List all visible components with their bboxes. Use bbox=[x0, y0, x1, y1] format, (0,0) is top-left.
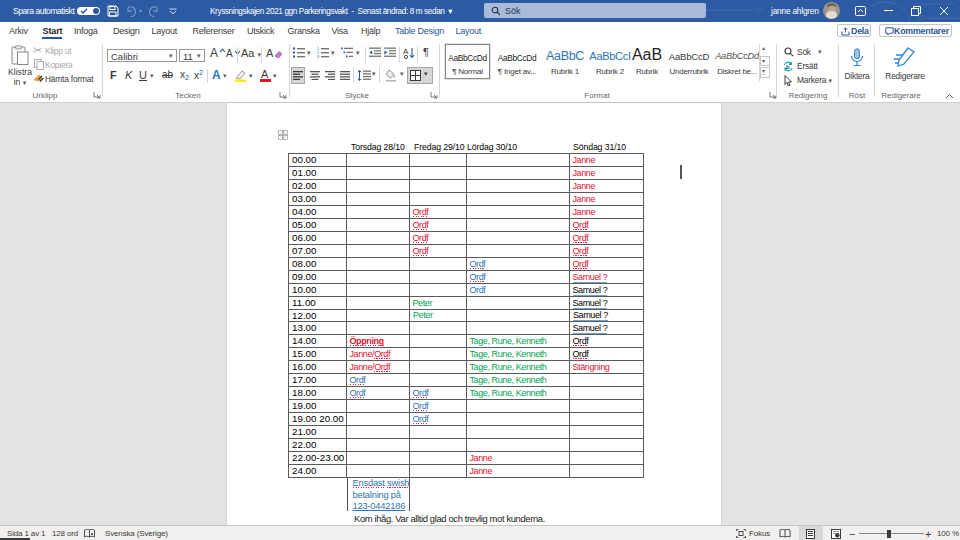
svg-text:3: 3 bbox=[317, 55, 319, 58]
svg-text:A: A bbox=[403, 47, 409, 56]
svg-text:b: b bbox=[786, 64, 790, 70]
